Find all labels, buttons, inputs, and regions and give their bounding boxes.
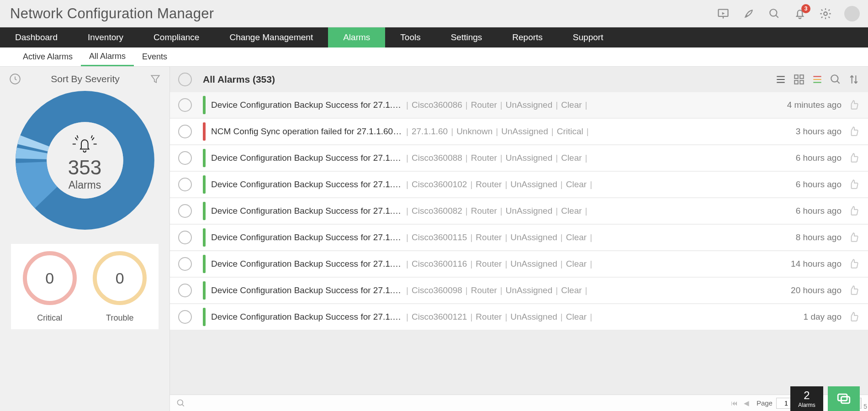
- trouble-label: Trouble: [106, 313, 133, 323]
- alarm-category: Router: [476, 179, 502, 190]
- header-icon-bar: 3: [716, 6, 868, 21]
- alarm-status: Clear: [561, 285, 582, 295]
- thumbs-up-icon[interactable]: [848, 179, 860, 190]
- severity-trouble-tile[interactable]: 0 Trouble: [85, 251, 155, 323]
- alarm-row[interactable]: Device Configuration Backup Success for …: [170, 198, 868, 224]
- view-toolbar: [775, 74, 860, 85]
- chat-icon[interactable]: [828, 386, 860, 411]
- sort-by-label[interactable]: Sort By Severity: [21, 74, 149, 84]
- thumbs-up-icon[interactable]: [848, 232, 860, 243]
- alarm-status: Clear: [561, 206, 582, 216]
- alarm-message: Device Configuration Backup Success for …: [211, 206, 403, 216]
- main-nav: DashboardInventoryComplianceChange Manag…: [0, 27, 868, 47]
- grid-view-icon[interactable]: [793, 74, 805, 85]
- nav-tab-settings[interactable]: Settings: [436, 27, 498, 47]
- nav-tab-change-management[interactable]: Change Management: [214, 27, 328, 47]
- notification-badge: 3: [801, 4, 810, 13]
- body: Sort By Severity: [0, 67, 868, 411]
- footer-search-icon[interactable]: [176, 399, 185, 408]
- subnav-tab-all-alarms[interactable]: All Alarms: [81, 47, 134, 66]
- pager-first-icon[interactable]: ⏮: [731, 399, 740, 407]
- thumbs-up-icon[interactable]: [848, 311, 860, 323]
- nav-tab-alarms[interactable]: Alarms: [328, 27, 385, 47]
- alarm-category: Router: [476, 259, 502, 269]
- alarm-row[interactable]: Device Configuration Backup Success for …: [170, 225, 868, 250]
- thumbs-up-icon[interactable]: [848, 285, 860, 296]
- severity-bar: [203, 96, 206, 114]
- select-all-checkbox[interactable]: [178, 73, 192, 86]
- thumbs-up-icon[interactable]: [848, 99, 860, 111]
- alarm-toast[interactable]: 2 Alarms: [790, 386, 823, 411]
- sort-icon[interactable]: [848, 74, 860, 85]
- row-checkbox[interactable]: [178, 125, 192, 138]
- app-header: Network Configuration Manager 3: [0, 0, 868, 27]
- sub-nav: Active AlarmsAll AlarmsEvents: [0, 47, 868, 67]
- alarm-row[interactable]: Device Configuration Backup Success for …: [170, 145, 868, 171]
- svg-rect-12: [800, 80, 804, 84]
- alarm-host: Cisco360082: [412, 206, 462, 216]
- alarm-row[interactable]: Device Configuration Backup Success for …: [170, 172, 868, 197]
- alarm-host: Cisco3600121: [412, 312, 467, 322]
- subnav-tab-active-alarms[interactable]: Active Alarms: [15, 47, 81, 66]
- alarm-assigned: UnAssigned: [506, 206, 552, 216]
- pager-prev-icon[interactable]: ◀: [744, 399, 753, 407]
- nav-tab-tools[interactable]: Tools: [385, 27, 435, 47]
- thumbs-up-icon[interactable]: [848, 205, 860, 217]
- severity-donut[interactable]: 353 Alarms: [0, 90, 169, 236]
- alarm-host: 27.1.1.60: [412, 126, 448, 137]
- clock-icon[interactable]: [9, 73, 21, 85]
- row-checkbox[interactable]: [178, 310, 192, 324]
- alarm-category: Router: [471, 153, 497, 163]
- nav-tab-support[interactable]: Support: [558, 27, 619, 47]
- svg-point-1: [770, 9, 777, 16]
- alarm-time: 1 day ago: [804, 312, 848, 322]
- nav-tab-dashboard[interactable]: Dashboard: [0, 27, 73, 47]
- alarm-row[interactable]: Device Configuration Backup Success for …: [170, 251, 868, 277]
- svg-rect-11: [794, 80, 798, 84]
- severity-bar: [203, 202, 206, 220]
- severity-critical-tile[interactable]: 0 Critical: [15, 251, 85, 323]
- search-icon[interactable]: [767, 7, 781, 21]
- alarm-row[interactable]: NCM Config Sync operation failed for 27.…: [170, 119, 868, 144]
- avatar[interactable]: [844, 6, 860, 21]
- presentation-icon[interactable]: [716, 7, 730, 21]
- row-checkbox[interactable]: [178, 204, 192, 218]
- list-view-icon[interactable]: [775, 74, 787, 85]
- sidebar-top-row: Sort By Severity: [0, 70, 169, 87]
- list-footer: ⏮ ◀ Page of 4 ▶ ⏭ 100: [170, 395, 868, 411]
- row-checkbox[interactable]: [178, 257, 192, 271]
- row-checkbox[interactable]: [178, 284, 192, 297]
- rocket-icon[interactable]: [742, 7, 756, 21]
- nav-tab-reports[interactable]: Reports: [497, 27, 558, 47]
- color-view-icon[interactable]: [811, 74, 823, 85]
- severity-bar: [203, 228, 206, 247]
- alarm-toast-label: Alarms: [798, 402, 815, 408]
- filter-icon[interactable]: [149, 73, 161, 85]
- pager-page-label: Page: [757, 399, 773, 407]
- nav-tab-inventory[interactable]: Inventory: [73, 27, 138, 47]
- row-checkbox[interactable]: [178, 178, 192, 191]
- alarm-time: 6 hours ago: [796, 179, 848, 190]
- alarm-category: Router: [471, 285, 497, 295]
- alarm-row[interactable]: Device Configuration Backup Success for …: [170, 92, 868, 118]
- bell-icon[interactable]: 3: [793, 7, 807, 21]
- row-checkbox[interactable]: [178, 231, 192, 244]
- alarm-time: 3 hours ago: [796, 126, 848, 137]
- thumbs-up-icon[interactable]: [848, 126, 860, 137]
- thumbs-up-icon[interactable]: [848, 258, 860, 270]
- alarm-assigned: UnAssigned: [506, 100, 552, 110]
- alarm-row[interactable]: Device Configuration Backup Success for …: [170, 278, 868, 303]
- alarm-status: Clear: [566, 179, 587, 190]
- row-search-icon[interactable]: [830, 74, 842, 85]
- svg-point-2: [824, 12, 827, 15]
- critical-label: Critical: [37, 313, 62, 323]
- row-checkbox[interactable]: [178, 151, 192, 165]
- trouble-count: 0: [93, 251, 147, 305]
- alarm-host: Cisco3600116: [412, 259, 467, 269]
- alarm-row[interactable]: Device Configuration Backup Success for …: [170, 304, 868, 330]
- subnav-tab-events[interactable]: Events: [134, 47, 175, 66]
- gear-icon[interactable]: [819, 7, 832, 21]
- thumbs-up-icon[interactable]: [848, 152, 860, 164]
- nav-tab-compliance[interactable]: Compliance: [138, 27, 214, 47]
- row-checkbox[interactable]: [178, 98, 192, 112]
